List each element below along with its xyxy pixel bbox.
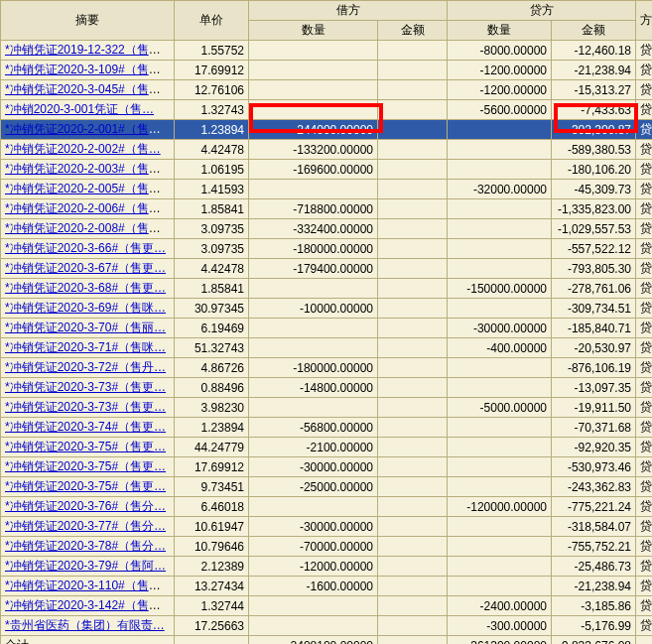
table-row[interactable]: *冲销凭证2020-2-001#（售阿…1.23894-244000.00000…: [1, 120, 653, 140]
table-row[interactable]: *冲销凭证2020-3-76#（售分…6.46018-120000.00000-…: [1, 497, 653, 517]
cell-summary[interactable]: *冲销凭证2020-3-71#（售咪…: [1, 338, 175, 358]
summary-link[interactable]: *冲销凭证2020-3-73#（售更…: [5, 380, 166, 394]
cell-summary[interactable]: *冲销凭证2020-3-66#（售更…: [1, 239, 175, 259]
table-row[interactable]: *冲销凭证2020-2-008#（售更…3.09735-332400.00000…: [1, 219, 653, 239]
cell-summary[interactable]: *冲销凭证2020-3-76#（售分…: [1, 497, 175, 517]
summary-link[interactable]: *冲销凭证2020-3-73#（售更…: [5, 400, 166, 414]
cell-summary[interactable]: *冲销凭证2020-3-142#（售阿…: [1, 596, 175, 616]
cell-summary[interactable]: *冲销凭证2020-3-72#（售丹…: [1, 358, 175, 378]
summary-link[interactable]: *冲销凭证2020-3-77#（售分…: [5, 519, 166, 533]
table-row[interactable]: *冲销凭证2020-2-005#（售左…1.41593-32000.00000-…: [1, 180, 653, 199]
cell-summary[interactable]: *冲销凭证2020-3-75#（售更…: [1, 477, 175, 497]
table-row[interactable]: *冲销凭证2020-3-71#（售咪…51.32743-400.00000-20…: [1, 338, 653, 358]
summary-link[interactable]: *冲销凭证2020-3-110#（售伐…: [5, 579, 173, 592]
summary-link[interactable]: *冲销凭证2020-2-001#（售阿…: [5, 122, 173, 136]
cell-summary[interactable]: *冲销凭证2020-3-110#（售伐…: [1, 577, 175, 596]
col-debit[interactable]: 借方: [249, 1, 448, 21]
summary-link[interactable]: *冲销凭证2020-2-008#（售更…: [5, 221, 173, 235]
cell-summary[interactable]: *冲销凭证2020-3-79#（售阿…: [1, 557, 175, 577]
cell-summary[interactable]: *冲销凭证2019-12-322（售阿…: [1, 41, 175, 61]
summary-link[interactable]: *冲销凭证2020-3-69#（售咪…: [5, 301, 166, 315]
cell-summary[interactable]: *冲销凭证2020-3-67#（售更…: [1, 259, 175, 279]
cell-summary[interactable]: *冲销凭证2020-3-109#（售更…: [1, 61, 175, 80]
summary-link[interactable]: *冲销凭证2020-3-75#（售更…: [5, 479, 166, 493]
table-row[interactable]: *冲销凭证2020-3-73#（售更…3.98230-5000.00000-19…: [1, 398, 653, 418]
table-row[interactable]: *冲销凭证2020-2-006#（售更…1.85841-718800.00000…: [1, 199, 653, 219]
summary-link[interactable]: *冲销凭证2020-3-79#（售阿…: [5, 559, 166, 573]
table-row[interactable]: *冲销凭证2020-3-67#（售更…4.42478-179400.00000-…: [1, 259, 653, 279]
summary-link[interactable]: *冲销凭证2020-3-75#（售更…: [5, 440, 166, 453]
summary-link[interactable]: *冲销凭证2020-2-006#（售更…: [5, 201, 173, 215]
table-row[interactable]: *冲销凭证2019-12-322（售阿…1.55752-8000.00000-1…: [1, 41, 653, 61]
summary-link[interactable]: *冲销凭证2020-2-003#（售更…: [5, 162, 173, 176]
summary-link[interactable]: *冲销凭证2019-12-322（售阿…: [5, 43, 173, 57]
table-row[interactable]: *冲销凭证2020-3-75#（售更…44.24779-2100.00000-9…: [1, 438, 653, 457]
table-row[interactable]: *冲销凭证2020-3-69#（售咪…30.97345-10000.00000-…: [1, 299, 653, 319]
summary-link[interactable]: *冲销凭证2020-3-142#（售阿…: [5, 598, 173, 612]
table-row[interactable]: *冲销凭证2020-3-045#（售阿…12.76106-1200.00000-…: [1, 80, 653, 100]
table-row[interactable]: *冲销凭证2020-3-72#（售丹…4.86726-180000.00000-…: [1, 358, 653, 378]
summary-link[interactable]: *冲销凭证2020-3-70#（售丽…: [5, 321, 166, 334]
table-row[interactable]: *冲销凭证2020-2-002#（售…4.42478-133200.00000-…: [1, 140, 653, 160]
summary-link[interactable]: *冲销凭证2020-3-68#（售更…: [5, 281, 166, 295]
cell-summary[interactable]: *冲销2020-3-001凭证（售…: [1, 100, 175, 120]
cell-summary[interactable]: *冲销凭证2020-3-74#（售更…: [1, 418, 175, 438]
table-row[interactable]: *贵州省医药（集团）有限责…17.25663-300.00000-5,176.9…: [1, 616, 653, 636]
table-row[interactable]: *冲销2020-3-001凭证（售…1.32743-5600.00000-7,4…: [1, 100, 653, 120]
cell-summary[interactable]: *冲销凭证2020-3-75#（售更…: [1, 438, 175, 457]
table-row[interactable]: *冲销凭证2020-3-75#（售更…17.69912-30000.00000-…: [1, 457, 653, 477]
col-credit-qty[interactable]: 数量: [448, 21, 552, 41]
table-row[interactable]: *冲销凭证2020-3-142#（售阿…1.32744-2400.00000-3…: [1, 596, 653, 616]
cell-summary[interactable]: *冲销凭证2020-3-78#（售分…: [1, 537, 175, 557]
summary-link[interactable]: *冲销凭证2020-3-76#（售分…: [5, 499, 166, 513]
table-row[interactable]: *冲销凭证2020-3-109#（售更…17.69912-1200.00000-…: [1, 61, 653, 80]
table-row[interactable]: *冲销凭证2020-3-73#（售更…0.88496-14800.00000-1…: [1, 378, 653, 398]
table-row[interactable]: *冲销凭证2020-3-68#（售更…1.85841-150000.00000-…: [1, 279, 653, 299]
cell-summary[interactable]: *冲销凭证2020-2-003#（售更…: [1, 160, 175, 180]
cell-summary[interactable]: *冲销凭证2020-3-68#（售更…: [1, 279, 175, 299]
cell-summary[interactable]: *冲销凭证2020-2-001#（售阿…: [1, 120, 175, 140]
table-row[interactable]: *冲销凭证2020-3-66#（售更…3.09735-180000.00000-…: [1, 239, 653, 259]
col-credit-amount[interactable]: 金额: [552, 21, 636, 41]
summary-link[interactable]: *贵州省医药（集团）有限责…: [5, 618, 165, 632]
table-row[interactable]: *冲销凭证2020-3-79#（售阿…2.12389-12000.00000-2…: [1, 557, 653, 577]
cell-summary[interactable]: *冲销凭证2020-3-69#（售咪…: [1, 299, 175, 319]
cell-summary[interactable]: *冲销凭证2020-2-008#（售更…: [1, 219, 175, 239]
cell-summary[interactable]: *冲销凭证2020-2-005#（售左…: [1, 180, 175, 199]
col-credit[interactable]: 贷方: [448, 1, 636, 21]
summary-link[interactable]: *冲销凭证2020-3-78#（售分…: [5, 539, 166, 553]
summary-link[interactable]: *冲销凭证2020-3-66#（售更…: [5, 241, 166, 255]
col-debit-amount[interactable]: 金额: [378, 21, 448, 41]
table-row[interactable]: *冲销凭证2020-3-74#（售更…1.23894-56800.00000-7…: [1, 418, 653, 438]
summary-link[interactable]: *冲销凭证2020-3-109#（售更…: [5, 63, 173, 76]
table-row[interactable]: *冲销凭证2020-3-70#（售丽…6.19469-30000.00000-1…: [1, 319, 653, 338]
summary-link[interactable]: *冲销2020-3-001凭证（售…: [5, 102, 154, 116]
cell-direction: 贷: [636, 319, 653, 338]
summary-link[interactable]: *冲销凭证2020-3-74#（售更…: [5, 420, 166, 434]
col-debit-qty[interactable]: 数量: [249, 21, 378, 41]
table-row[interactable]: *冲销凭证2020-3-77#（售分…10.61947-30000.00000-…: [1, 517, 653, 537]
cell-summary[interactable]: *冲销凭证2020-3-70#（售丽…: [1, 319, 175, 338]
cell-summary[interactable]: *冲销凭证2020-3-73#（售更…: [1, 378, 175, 398]
cell-summary[interactable]: *冲销凭证2020-2-006#（售更…: [1, 199, 175, 219]
summary-link[interactable]: *冲销凭证2020-2-002#（售…: [5, 142, 161, 156]
col-unit-price[interactable]: 单价: [175, 1, 249, 41]
cell-summary[interactable]: *冲销凭证2020-3-75#（售更…: [1, 457, 175, 477]
summary-link[interactable]: *冲销凭证2020-2-005#（售左…: [5, 182, 173, 195]
summary-link[interactable]: *冲销凭证2020-3-75#（售更…: [5, 459, 166, 473]
cell-summary[interactable]: *冲销凭证2020-3-045#（售阿…: [1, 80, 175, 100]
summary-link[interactable]: *冲销凭证2020-3-045#（售阿…: [5, 82, 173, 96]
cell-summary[interactable]: *冲销凭证2020-3-77#（售分…: [1, 517, 175, 537]
summary-link[interactable]: *冲销凭证2020-3-72#（售丹…: [5, 360, 166, 374]
col-direction[interactable]: 方向: [636, 1, 653, 41]
cell-summary[interactable]: *贵州省医药（集团）有限责…: [1, 616, 175, 636]
table-row[interactable]: *冲销凭证2020-3-75#（售更…9.73451-25000.00000-2…: [1, 477, 653, 497]
table-row[interactable]: *冲销凭证2020-3-110#（售伐…13.27434-1600.00000-…: [1, 577, 653, 596]
summary-link[interactable]: *冲销凭证2020-3-71#（售咪…: [5, 340, 166, 354]
col-summary[interactable]: 摘要: [1, 1, 175, 41]
table-row[interactable]: *冲销凭证2020-3-78#（售分…10.79646-70000.00000-…: [1, 537, 653, 557]
cell-summary[interactable]: *冲销凭证2020-3-73#（售更…: [1, 398, 175, 418]
summary-link[interactable]: *冲销凭证2020-3-67#（售更…: [5, 261, 166, 275]
table-row[interactable]: *冲销凭证2020-2-003#（售更…1.06195-169600.00000…: [1, 160, 653, 180]
cell-summary[interactable]: *冲销凭证2020-2-002#（售…: [1, 140, 175, 160]
